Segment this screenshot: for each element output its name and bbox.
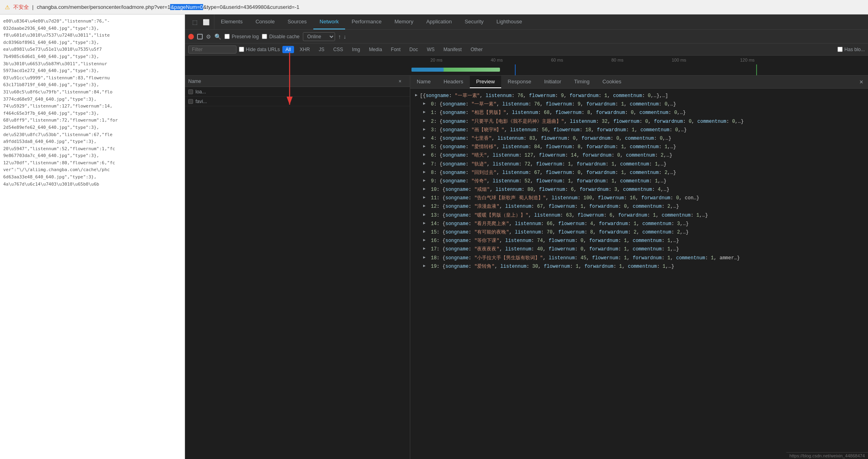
filter-icon[interactable]: ⚙ xyxy=(206,33,211,40)
expand-13[interactable]: ▶ xyxy=(423,212,428,218)
detail-close-button[interactable]: × xyxy=(855,76,868,88)
json-row-0[interactable]: ▶ 0: {songname: "一草一素", listennum: 76, f… xyxy=(415,100,863,109)
json-row-7[interactable]: ▶ 7: {songname: "轨迹", listennum: 72, flo… xyxy=(415,160,863,169)
page-line: e00\u8364\u4e00\u7d20","listennum":76,"- xyxy=(3,18,181,25)
json-row-19[interactable]: ▶ 19: {songname: "爱转角", listennum: 30, f… xyxy=(415,263,863,271)
page-line: 9e867703da7c_640_640.jpg","type":3}, xyxy=(3,152,181,159)
json-row-18[interactable]: ▶ 18: {songname: "小手拉大手【男生版有歌词】", listen… xyxy=(415,254,863,263)
detail-tab-cookies[interactable]: Cookies xyxy=(596,76,628,88)
expand-18[interactable]: ▶ xyxy=(423,254,428,261)
expand-17[interactable]: ▶ xyxy=(423,246,428,252)
type-btn-xhr[interactable]: XHR xyxy=(296,46,313,53)
json-row-15[interactable]: ▶ 15: {songname: "有可能的夜晚", listennum: 70… xyxy=(415,228,863,237)
json-row-1[interactable]: ▶ 1: {songname: "相思【男版】", listennum: 68,… xyxy=(415,109,863,117)
url-text[interactable]: changba.com/member/personcenter/loadmore… xyxy=(37,4,299,10)
record-button[interactable] xyxy=(188,34,194,39)
json-row-6[interactable]: ▶ 6: {songname: "晴天", listennum: 127, fl… xyxy=(415,151,863,160)
detail-tab-initiator[interactable]: Initiator xyxy=(538,76,568,88)
expand-19[interactable]: ▶ xyxy=(423,263,428,269)
req-checkbox xyxy=(188,89,193,94)
close-column[interactable]: × xyxy=(399,79,407,84)
search-icon[interactable]: 🔍 xyxy=(214,33,221,40)
tab-performance[interactable]: Performance xyxy=(345,14,388,29)
expand-10[interactable]: ▶ xyxy=(423,186,428,192)
type-btn-all[interactable]: All xyxy=(282,46,294,53)
json-row-3[interactable]: ▶ 3: {songname: "画【晓宇H】", listennum: 56,… xyxy=(415,126,863,134)
tab-security[interactable]: Security xyxy=(458,14,490,29)
clear-button[interactable] xyxy=(197,34,203,39)
tab-application[interactable]: Application xyxy=(420,14,459,29)
request-list-header: Name × xyxy=(185,76,410,87)
device-icon[interactable]: ⬜ xyxy=(201,17,211,27)
json-row-14[interactable]: ▶ 14: {songname: "看月亮爬上来", listennum: 66… xyxy=(415,220,863,228)
detail-tab-preview[interactable]: Preview xyxy=(470,76,501,88)
type-btn-media[interactable]: Media xyxy=(366,46,385,53)
expand-5[interactable]: ▶ xyxy=(423,143,428,150)
expand-triangle-top[interactable] xyxy=(415,92,420,99)
json-row-2[interactable]: ▶ 2: {songname: "只要平凡【电影《我不是药神》主题曲】", li… xyxy=(415,118,863,126)
expand-15[interactable]: ▶ xyxy=(423,229,428,235)
tab-memory[interactable]: Memory xyxy=(388,14,420,29)
type-btn-font[interactable]: Font xyxy=(388,46,404,53)
json-row-10[interactable]: ▶ 10: {songname: "戒烟", listennum: 80, fl… xyxy=(415,186,863,194)
json-row-16[interactable]: ▶ 16: {songname: "等你下课", listennum: 74, … xyxy=(415,237,863,245)
tab-elements[interactable]: Elements xyxy=(214,14,249,29)
filter-input[interactable] xyxy=(188,45,237,54)
detail-tab-name[interactable]: Name xyxy=(410,76,437,88)
page-line: 74\u5929","listennum":127,"flowernum":14… xyxy=(3,103,181,110)
throttle-select[interactable]: Online Fast 3G Slow 3G Offline xyxy=(303,32,335,41)
expand-12[interactable]: ▶ xyxy=(423,203,428,209)
type-btn-css[interactable]: CSS xyxy=(330,46,346,53)
tab-console[interactable]: Console xyxy=(249,14,281,29)
type-btn-doc[interactable]: Doc xyxy=(406,46,421,53)
request-item-load[interactable]: loa... xyxy=(185,87,410,97)
type-btn-other[interactable]: Other xyxy=(467,46,486,53)
json-row-4[interactable]: ▶ 4: {songname: "七里香", listennum: 83, fl… xyxy=(415,134,863,143)
json-row-12[interactable]: ▶ 12: {songname: "浪漫血液", listennum: 67, … xyxy=(415,203,863,211)
expand-9[interactable]: ▶ xyxy=(423,178,428,184)
expand-8[interactable]: ▶ xyxy=(423,169,428,176)
json-row-17[interactable]: ▶ 17: {songname: "夜夜夜夜", listennum: 40, … xyxy=(415,245,863,254)
expand-3[interactable]: ▶ xyxy=(423,126,428,133)
json-row-9[interactable]: ▶ 9: {songname: "传奇", listennum: 52, flo… xyxy=(415,177,863,186)
disable-cache-checkbox[interactable]: Disable cache xyxy=(262,34,299,39)
download-icon[interactable]: ↓ xyxy=(343,33,346,40)
timeline-marker-100: 100 ms xyxy=(672,58,686,62)
json-row-13[interactable]: ▶ 13: {songname: "暖暖【男版（皇上）】", listennum… xyxy=(415,211,863,220)
preserve-log-checkbox[interactable]: Preserve log xyxy=(224,34,259,39)
tab-lighthouse[interactable]: Lighthouse xyxy=(490,14,529,29)
timeline-marker-120: 120 ms xyxy=(740,58,755,62)
expand-0[interactable]: ▶ xyxy=(423,101,428,107)
json-row-top[interactable]: [{songname: "一草一素", listennum: 76, flowe… xyxy=(415,92,863,100)
type-btn-ws[interactable]: WS xyxy=(424,46,438,53)
upload-icon[interactable]: ↑ xyxy=(338,33,341,40)
type-btn-img[interactable]: Img xyxy=(349,46,363,53)
expand-11[interactable]: ▶ xyxy=(423,194,428,201)
timeline-bar-blue xyxy=(411,68,444,72)
expand-16[interactable]: ▶ xyxy=(423,237,428,244)
tab-network[interactable]: Network xyxy=(313,14,346,29)
request-item-favicon[interactable]: favi... xyxy=(185,97,410,106)
req-name-favicon: favi... xyxy=(195,99,207,104)
expand-1[interactable]: ▶ xyxy=(423,109,428,116)
page-line: 4a\u767d\u6c14\u7403\u3010\u65b0\u6b xyxy=(3,181,181,188)
expand-14[interactable]: ▶ xyxy=(423,220,428,227)
expand-7[interactable]: ▶ xyxy=(423,161,428,167)
cursor-icon[interactable]: ⬚ xyxy=(190,17,200,27)
detail-tab-headers[interactable]: Headers xyxy=(437,76,470,88)
expand-4[interactable]: ▶ xyxy=(423,135,428,141)
json-row-11[interactable]: ▶ 11: {songname: "告白气球【新歌声 蜀人制造】", liste… xyxy=(415,194,863,203)
json-row-5[interactable]: ▶ 5: {songname: "爱情转移", listennum: 84, f… xyxy=(415,143,863,151)
timeline-marker-60: 60 ms xyxy=(551,58,563,62)
detail-tab-timing[interactable]: Timing xyxy=(568,76,596,88)
expand-2[interactable]: ▶ xyxy=(423,118,428,124)
json-row-8[interactable]: ▶ 8: {songname: "回到过去", listennum: 67, f… xyxy=(415,169,863,177)
type-btn-manifest[interactable]: Manifest xyxy=(440,46,465,53)
has-blocked-checkbox[interactable]: Has blo... xyxy=(837,47,865,52)
detail-tab-response[interactable]: Response xyxy=(501,76,538,88)
hide-data-urls-checkbox[interactable]: Hide data URLs xyxy=(239,47,280,52)
tab-sources[interactable]: Sources xyxy=(281,14,313,29)
devtools-panel: ⬚ ⬜ Elements Console Sources Network Per… xyxy=(185,14,868,459)
type-btn-js[interactable]: JS xyxy=(315,46,327,53)
expand-6[interactable]: ▶ xyxy=(423,152,428,158)
